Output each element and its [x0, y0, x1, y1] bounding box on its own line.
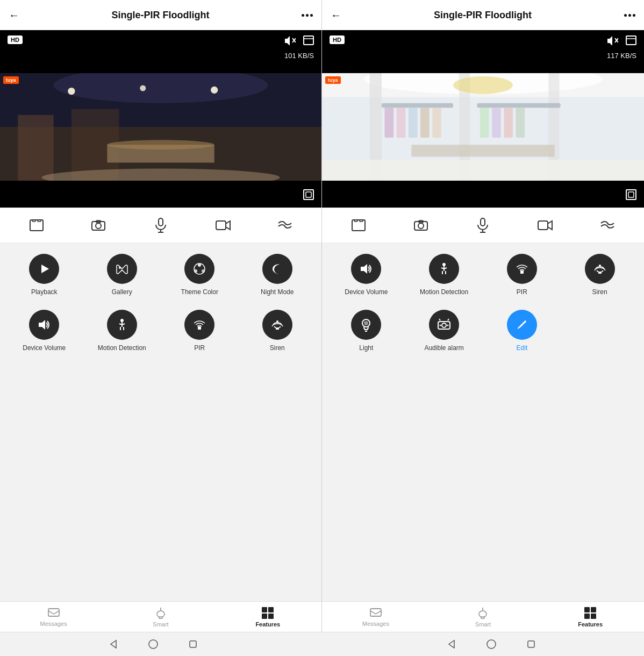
left-gallery-item[interactable]: Gallery: [95, 254, 149, 297]
right-motion-detection-item[interactable]: Motion Detection: [417, 254, 471, 297]
left-theme-color-item[interactable]: Theme Color: [173, 254, 226, 297]
svg-rect-57: [420, 108, 430, 138]
svg-rect-64: [411, 145, 554, 156]
right-audible-alarm-item[interactable]: Audible alarm: [417, 310, 471, 353]
right-controls-bar: [322, 208, 644, 243]
svg-point-28: [119, 267, 121, 269]
dot1: [302, 14, 304, 17]
svg-rect-16: [306, 192, 311, 197]
right-pir-icon: [507, 254, 537, 284]
svg-point-34: [120, 319, 124, 322]
svg-point-31: [202, 269, 205, 273]
right-back-sys-button[interactable]: [445, 638, 458, 651]
left-playback-icon: [29, 254, 59, 284]
svg-point-98: [149, 640, 158, 648]
svg-rect-26: [216, 221, 226, 230]
svg-rect-74: [481, 218, 485, 226]
right-dot1: [624, 14, 627, 17]
right-fullscreen-icon[interactable]: [626, 35, 636, 48]
right-bottom-nav: Messages Smart Features: [322, 601, 644, 632]
left-playback-item[interactable]: Playback: [17, 254, 71, 297]
right-home-sys-button[interactable]: [485, 638, 498, 651]
left-night-mode-icon: [262, 254, 292, 284]
right-page-title: Single-PIR Floodlight: [434, 10, 532, 21]
right-features-grid: Device Volume Motion Detection: [322, 243, 644, 601]
left-messages-label: Messages: [40, 621, 67, 627]
right-expand-button[interactable]: [626, 189, 636, 202]
right-feature-row-1: Device Volume Motion Detection: [327, 254, 639, 297]
svg-point-30: [198, 263, 201, 267]
left-video-controls: [284, 35, 314, 48]
left-expand-button[interactable]: [303, 189, 314, 202]
left-back-button[interactable]: ←: [9, 9, 19, 22]
left-tuya-badge: tuya: [3, 76, 19, 84]
left-night-mode-item[interactable]: Night Mode: [251, 254, 304, 297]
right-record-button[interactable]: [535, 216, 555, 235]
right-motion-detection-icon: [429, 254, 459, 284]
left-motion-detection-icon: [107, 310, 137, 340]
right-features-nav[interactable]: Features: [571, 607, 609, 628]
left-gallery-icon: [107, 254, 137, 284]
left-video-area[interactable]: HD: [0, 30, 321, 208]
right-more-button[interactable]: [624, 14, 635, 17]
svg-point-79: [442, 263, 446, 266]
right-messages-nav[interactable]: Messages: [357, 608, 395, 627]
left-theme-color-label: Theme Color: [181, 288, 218, 297]
left-motion-detection-item[interactable]: Motion Detection: [95, 310, 149, 353]
right-mic-button[interactable]: [473, 216, 492, 235]
right-pir-item[interactable]: PIR: [495, 254, 549, 297]
svg-rect-44: [626, 36, 636, 45]
left-phone: ← Single-PIR Floodlight HD: [0, 0, 322, 632]
right-mute-icon[interactable]: [606, 35, 618, 48]
left-messages-nav[interactable]: Messages: [35, 608, 73, 627]
left-record-button[interactable]: [213, 216, 233, 235]
left-screenshot-button[interactable]: [27, 216, 46, 235]
svg-marker-78: [361, 264, 367, 274]
left-mute-icon[interactable]: [284, 35, 296, 48]
right-messages-label: Messages: [362, 621, 389, 627]
right-system-buttons: [338, 638, 644, 651]
svg-line-89: [439, 319, 440, 320]
left-siren-item[interactable]: Siren: [251, 310, 304, 353]
right-device-volume-label: Device Volume: [345, 288, 388, 297]
left-hd-badge: HD: [8, 35, 23, 44]
left-smart-nav[interactable]: Smart: [142, 607, 180, 628]
right-screenshot-button[interactable]: [349, 216, 368, 235]
left-mic-button[interactable]: [151, 216, 170, 235]
left-features-nav[interactable]: Features: [249, 607, 287, 628]
right-more-ctrl-button[interactable]: [598, 216, 617, 235]
right-video-area[interactable]: HD: [322, 30, 644, 208]
left-camera-button[interactable]: [89, 216, 108, 235]
right-siren-item[interactable]: Siren: [573, 254, 627, 297]
left-more-button[interactable]: [302, 14, 313, 17]
left-smart-icon: [155, 607, 166, 619]
left-features-grid: Playback Gallery: [0, 243, 321, 601]
left-pir-label: PIR: [194, 344, 205, 353]
right-back-button[interactable]: ←: [331, 9, 341, 22]
right-camera-button[interactable]: [411, 216, 431, 235]
left-pir-item[interactable]: PIR: [173, 310, 226, 353]
left-store-image: tuya: [0, 73, 321, 181]
right-smart-nav[interactable]: Smart: [464, 607, 502, 628]
svg-point-36: [276, 320, 278, 323]
right-edit-item[interactable]: Edit: [495, 310, 549, 353]
left-fullscreen-icon[interactable]: [303, 35, 314, 48]
right-light-icon: [351, 310, 381, 340]
right-audible-alarm-label: Audible alarm: [424, 344, 463, 353]
left-more-ctrl-button[interactable]: [275, 216, 295, 235]
right-motion-detection-label: Motion Detection: [420, 288, 468, 297]
right-light-item[interactable]: Light: [339, 310, 393, 353]
svg-point-91: [440, 324, 441, 326]
right-features-label: Features: [578, 621, 603, 628]
left-recent-sys-button[interactable]: [187, 638, 199, 651]
right-siren-label: Siren: [592, 288, 607, 297]
right-feature-row-2: Light: [327, 310, 639, 353]
svg-point-101: [487, 640, 496, 648]
left-device-volume-item[interactable]: Device Volume: [17, 310, 71, 353]
left-home-sys-button[interactable]: [147, 638, 160, 651]
right-audible-alarm-icon: [429, 310, 459, 340]
left-pir-icon: [184, 310, 214, 340]
left-back-sys-button[interactable]: [107, 638, 120, 651]
right-recent-sys-button[interactable]: [525, 638, 538, 651]
right-device-volume-item[interactable]: Device Volume: [339, 254, 393, 297]
